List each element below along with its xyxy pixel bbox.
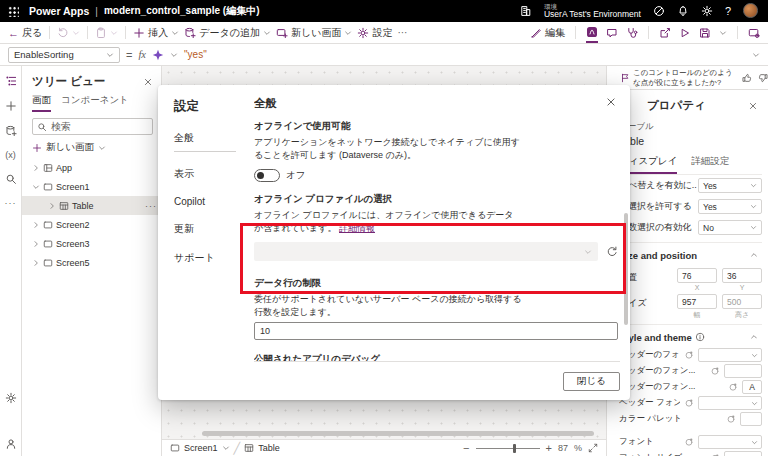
settings-button[interactable]: 設定: [357, 26, 392, 40]
settings-nav-3[interactable]: 更新: [174, 222, 236, 236]
settings-nav-1[interactable]: 表示: [174, 167, 236, 181]
chevron-right-icon[interactable]: [32, 164, 40, 172]
new-screen-button[interactable]: 新しい画面: [32, 141, 153, 154]
paste-button[interactable]: [95, 27, 118, 39]
data-icon[interactable]: [5, 125, 17, 137]
tree-tab-0[interactable]: 画面: [32, 94, 51, 112]
settings-gear-icon[interactable]: [701, 5, 713, 17]
data-row-limit-input[interactable]: [254, 322, 618, 340]
help-icon[interactable]: ?: [725, 5, 731, 17]
tree-item-screen2[interactable]: Screen2: [22, 215, 161, 234]
search-box[interactable]: 検索: [32, 118, 153, 135]
tree-view-icon[interactable]: [5, 75, 17, 87]
item-more-icon[interactable]: ···: [145, 201, 157, 211]
zoom-in-button[interactable]: +: [546, 442, 552, 454]
property-value-dropdown[interactable]: No: [698, 220, 762, 235]
back-button[interactable]: ← 戻る: [8, 26, 42, 40]
position-x-input[interactable]: 76: [677, 268, 717, 283]
more-icon[interactable]: ···: [5, 198, 17, 208]
search-icon[interactable]: [5, 173, 17, 185]
refresh-icon[interactable]: [606, 246, 618, 258]
theme-token-icon[interactable]: [728, 382, 738, 392]
width-input[interactable]: 957: [677, 294, 717, 309]
settings-nav-0[interactable]: 全般: [174, 131, 236, 152]
theme-token-icon[interactable]: [684, 398, 694, 408]
copilot-toggle-icon[interactable]: [653, 5, 665, 17]
chevron-down-icon[interactable]: [170, 51, 178, 59]
copilot-sparkle-icon[interactable]: [152, 49, 164, 61]
tree-item-app[interactable]: App: [22, 158, 161, 177]
status-control-name[interactable]: Table: [258, 443, 280, 453]
theme-token-icon[interactable]: [684, 437, 694, 447]
offline-profile-dropdown[interactable]: [254, 242, 598, 261]
style-input[interactable]: [724, 364, 762, 378]
theme-token-icon[interactable]: [726, 414, 736, 424]
chevron-right-icon[interactable]: [32, 221, 40, 229]
formula-input[interactable]: "yes": [184, 49, 207, 60]
undo-button[interactable]: [57, 27, 80, 39]
close-icon[interactable]: [143, 77, 153, 87]
person-icon[interactable]: [5, 438, 17, 450]
more-commands-button[interactable]: ···: [397, 27, 407, 38]
add-data-button[interactable]: データの追加: [184, 26, 271, 40]
zoom-slider-thumb[interactable]: [513, 444, 516, 453]
horizontal-scrollbar[interactable]: [202, 431, 594, 436]
publish-settings-button[interactable]: [748, 27, 760, 39]
settings-nav-4[interactable]: サポート: [174, 251, 236, 265]
style-dropdown[interactable]: [698, 396, 762, 410]
style-input[interactable]: [724, 451, 762, 456]
chevron-down-icon[interactable]: [752, 51, 760, 59]
fit-to-window-icon[interactable]: [588, 443, 598, 453]
chevron-right-icon[interactable]: [32, 259, 40, 267]
style-dropdown[interactable]: [698, 348, 762, 362]
learn-more-link[interactable]: 詳細情報: [339, 223, 375, 233]
height-input[interactable]: 500: [722, 294, 762, 309]
app-checker-button[interactable]: [626, 27, 638, 39]
preview-button[interactable]: [679, 27, 691, 39]
property-selector[interactable]: EnableSorting: [8, 47, 120, 63]
waffle-icon[interactable]: [8, 6, 19, 17]
variables-icon[interactable]: (x): [5, 150, 16, 160]
thumbs-up-icon[interactable]: [742, 73, 752, 83]
font-color-picker[interactable]: A: [742, 380, 762, 394]
color-palette-swatch[interactable]: [740, 412, 762, 426]
environment-picker[interactable]: 環境 UserA Test's Environment: [544, 3, 641, 19]
chevron-right-icon[interactable]: [48, 202, 56, 210]
thumbs-down-icon[interactable]: [758, 73, 768, 83]
edit-button[interactable]: 編集: [530, 26, 565, 40]
dialog-scrollbar[interactable]: [624, 213, 628, 325]
gear-icon[interactable]: [5, 392, 17, 404]
share-button[interactable]: [659, 27, 671, 39]
tree-item-screen3[interactable]: Screen3: [22, 234, 161, 253]
new-screen-button[interactable]: 新しい画面: [276, 26, 352, 40]
chevron-down-icon[interactable]: [32, 183, 40, 191]
save-button[interactable]: [699, 27, 711, 39]
comments-button[interactable]: [606, 27, 618, 39]
style-dropdown[interactable]: [698, 435, 762, 449]
notifications-icon[interactable]: [677, 5, 689, 17]
tree-item-table[interactable]: Table ···: [22, 196, 161, 215]
size-position-section-header[interactable]: Size and position: [619, 245, 762, 265]
tree-item-screen1[interactable]: Screen1: [22, 177, 161, 196]
brand[interactable]: Power Apps: [29, 5, 89, 17]
theme-token-icon[interactable]: [710, 366, 720, 376]
offline-toggle[interactable]: [254, 169, 280, 182]
property-value-dropdown[interactable]: Yes: [698, 178, 762, 193]
settings-nav-2[interactable]: Copilot: [174, 196, 236, 207]
chevron-down-icon[interactable]: [719, 29, 727, 37]
position-y-input[interactable]: 36: [722, 268, 762, 283]
status-screen-name[interactable]: Screen1: [184, 443, 218, 453]
avatar[interactable]: [743, 3, 758, 18]
theme-token-icon[interactable]: [684, 350, 694, 360]
insert-button[interactable]: 挿入: [133, 26, 179, 40]
tree-item-screen5[interactable]: Screen5: [22, 253, 161, 272]
property-value-dropdown[interactable]: Yes: [698, 199, 762, 214]
chevron-right-icon[interactable]: [32, 240, 40, 248]
insert-icon[interactable]: [5, 100, 17, 112]
close-dialog-button[interactable]: 閉じる: [563, 372, 620, 391]
chevron-down-icon[interactable]: [222, 444, 230, 452]
style-theme-section-header[interactable]: Style and theme: [619, 327, 762, 347]
zoom-slider[interactable]: [476, 448, 540, 449]
close-icon[interactable]: [748, 101, 758, 111]
properties-tab-1[interactable]: 詳細設定: [691, 155, 729, 174]
